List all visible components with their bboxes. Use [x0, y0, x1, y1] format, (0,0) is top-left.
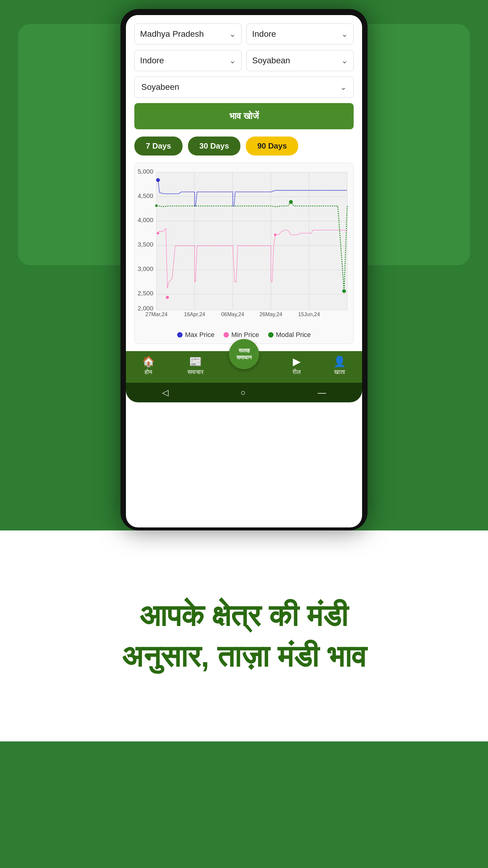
screen-content: Madhya Pradesh ⌄ Indore ⌄ Indore ⌄: [126, 15, 362, 344]
svg-text:3,000: 3,000: [138, 265, 153, 272]
bottom-nav-bar: सलाह समाधान 🏠 होम 📰 समाचार ▶ रील 👤: [126, 351, 362, 383]
legend-min-price: Min Price: [224, 331, 259, 339]
right-decor: [350, 24, 470, 265]
commodity-arrow-icon: ⌄: [341, 56, 348, 65]
city-top-value: Indore: [252, 29, 276, 39]
state-arrow-icon: ⌄: [229, 30, 236, 39]
city-top-arrow-icon: ⌄: [341, 30, 348, 39]
svg-rect-0: [156, 172, 347, 310]
svg-point-32: [274, 234, 276, 236]
city-dropdown-top[interactable]: Indore ⌄: [247, 24, 354, 44]
svg-point-26: [155, 204, 158, 207]
day-filter-buttons: 7 Days 30 Days 90 Days: [134, 136, 354, 156]
big-hindi-line1: आपके क्षेत्र की मंडी: [122, 595, 366, 636]
back-icon[interactable]: ◁: [162, 388, 169, 398]
state-city-row: Madhya Pradesh ⌄ Indore ⌄: [134, 24, 354, 44]
recents-icon[interactable]: —: [318, 388, 326, 398]
commodity-dropdown[interactable]: Soyabean ⌄: [247, 50, 354, 71]
search-price-button[interactable]: भाव खोजें: [134, 103, 354, 129]
svg-point-27: [289, 200, 293, 204]
phone-device: Madhya Pradesh ⌄ Indore ⌄ Indore ⌄: [121, 9, 367, 530]
modal-price-dot: [268, 332, 273, 338]
variety-dropdown[interactable]: Soyabeen ⌄: [134, 76, 354, 98]
state-value: Madhya Pradesh: [140, 29, 204, 39]
svg-text:4,500: 4,500: [138, 192, 153, 199]
svg-point-30: [157, 232, 159, 235]
svg-text:15Jun,24: 15Jun,24: [298, 311, 320, 317]
state-dropdown[interactable]: Madhya Pradesh ⌄: [134, 24, 241, 44]
market-dropdown[interactable]: Indore ⌄: [134, 50, 241, 71]
account-icon: 👤: [333, 355, 346, 367]
news-icon: 📰: [189, 355, 202, 367]
min-price-dot: [224, 332, 229, 338]
svg-text:4,000: 4,000: [138, 216, 153, 223]
home-button-icon[interactable]: ○: [241, 388, 246, 398]
svg-point-28: [342, 289, 346, 293]
nav-account[interactable]: 👤 खाता: [333, 355, 346, 375]
svg-text:16Apr,24: 16Apr,24: [184, 311, 205, 317]
legend-modal-price: Modal Price: [268, 331, 311, 339]
market-commodity-row: Indore ⌄ Soyabean ⌄: [134, 50, 354, 71]
svg-text:2,000: 2,000: [138, 305, 153, 312]
reel-icon: ▶: [293, 355, 301, 367]
7-days-button[interactable]: 7 Days: [134, 136, 183, 156]
system-nav-bar: ◁ ○ —: [126, 383, 362, 402]
phone-screen: Madhya Pradesh ⌄ Indore ⌄ Indore ⌄: [126, 15, 362, 527]
chart-legend: Max Price Min Price Modal Price: [138, 327, 350, 341]
svg-text:26May,24: 26May,24: [259, 311, 282, 317]
svg-text:2,500: 2,500: [138, 290, 153, 297]
nav-news[interactable]: 📰 समाचार: [187, 355, 204, 375]
big-hindi-line2: अनुसार, ताज़ा मंडी भाव: [122, 636, 366, 677]
30-days-button[interactable]: 30 Days: [188, 136, 240, 156]
svg-text:3,500: 3,500: [138, 241, 153, 248]
home-icon: 🏠: [142, 355, 155, 367]
nav-home[interactable]: 🏠 होम: [142, 355, 155, 375]
bottom-text-area: आपके क्षेत्र की मंडी अनुसार, ताज़ा मंडी …: [0, 530, 488, 741]
market-value: Indore: [140, 56, 164, 65]
variety-arrow-icon: ⌄: [340, 83, 347, 92]
salah-samadhan-button[interactable]: सलाह समाधान: [229, 339, 259, 369]
nav-reel[interactable]: ▶ रील: [293, 355, 301, 375]
chart-svg-area: 5,000 4,500 4,000 3,500 3,000 2,500 2,00…: [138, 169, 350, 327]
svg-point-31: [166, 296, 169, 299]
svg-text:06May,24: 06May,24: [221, 311, 244, 317]
90-days-button[interactable]: 90 Days: [246, 136, 298, 156]
svg-text:5,000: 5,000: [138, 169, 153, 175]
market-arrow-icon: ⌄: [229, 56, 236, 65]
commodity-value: Soyabean: [252, 56, 290, 65]
price-chart-container: 5,000 4,500 4,000 3,500 3,000 2,500 2,00…: [134, 163, 354, 344]
legend-max-price: Max Price: [177, 331, 215, 339]
variety-value: Soyabeen: [141, 82, 179, 92]
max-price-dot: [177, 332, 183, 338]
svg-text:27Mar,24: 27Mar,24: [145, 311, 168, 317]
svg-point-29: [156, 178, 160, 182]
